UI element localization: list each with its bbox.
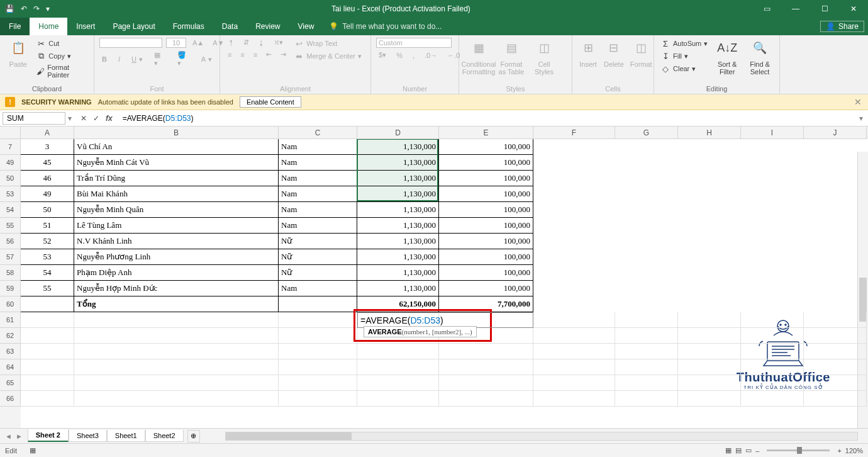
cell[interactable] [678,375,741,391]
clear-button[interactable]: ◇Clear ▾ [659,63,709,74]
tab-review[interactable]: Review [247,18,289,35]
cell[interactable] [678,328,741,344]
cell[interactable]: Nữ [279,234,357,249]
column-header-d[interactable]: D [357,127,439,139]
maximize-button[interactable]: ☐ [810,0,839,18]
cell[interactable]: Nam [279,218,357,234]
column-header-j[interactable]: J [804,127,867,139]
cell-styles-button[interactable]: ◫Cell Styles [530,38,559,77]
cell[interactable] [678,359,741,375]
cell[interactable]: 50 [21,202,74,218]
cell[interactable]: 100,000 [439,202,533,218]
column-header-b[interactable]: B [74,127,279,139]
cell[interactable] [357,359,439,375]
cell[interactable] [279,312,357,328]
cell[interactable] [741,359,804,375]
align-middle-button[interactable]: ⇵ [241,38,252,47]
zoom-level[interactable]: 120% [845,447,863,454]
cell[interactable]: 46 [21,171,74,186]
row-header[interactable]: 49 [0,155,21,171]
increase-decimal-button[interactable]: .0→ [422,51,440,60]
row-header[interactable]: 65 [0,375,21,391]
cell[interactable] [279,391,357,407]
redo-icon[interactable]: ↷ [33,4,40,13]
cell[interactable]: Nam [279,281,357,296]
cell[interactable]: 7,700,000 [439,296,533,312]
cell[interactable] [741,391,804,407]
tab-data[interactable]: Data [213,18,247,35]
cell[interactable] [533,328,615,344]
number-format-select[interactable] [376,38,452,48]
column-header-e[interactable]: E [439,127,533,139]
row-header[interactable]: 53 [0,186,21,202]
cell[interactable] [279,344,357,359]
cell[interactable] [21,359,74,375]
wrap-text-button[interactable]: ↩Wrap Text [292,38,363,49]
align-left-button[interactable]: ≡ [225,50,234,59]
fill-button[interactable]: ↧Fill ▾ [659,50,709,62]
format-painter-button[interactable]: 🖌Format Painter [35,63,89,79]
cell[interactable]: 100,000 [439,155,533,171]
cell[interactable]: Nam [279,171,357,186]
horizontal-scrollbar[interactable] [225,432,858,441]
formula-input[interactable]: =AVERAGE(D5:D53) [119,113,854,124]
cell[interactable]: 3 [21,139,74,155]
cell[interactable] [804,375,867,391]
cell[interactable] [74,359,279,375]
cell[interactable]: N.V Khánh Linh [74,234,279,249]
cell[interactable]: Nam [279,202,357,218]
bold-button[interactable]: B [99,55,109,64]
column-header-i[interactable]: I [741,127,804,139]
cell[interactable]: 52 [21,234,74,249]
row-header[interactable]: 55 [0,218,21,234]
row-header[interactable]: 50 [0,171,21,186]
cell[interactable]: 1,130,000 [357,249,439,265]
cell[interactable] [439,359,533,375]
cell[interactable]: 1,130,000 [357,281,439,296]
cell[interactable] [439,391,533,407]
close-button[interactable]: ✕ [839,0,868,18]
cell[interactable]: 45 [21,155,74,171]
row-header[interactable]: 66 [0,391,21,407]
cell[interactable] [615,344,678,359]
column-header-h[interactable]: H [678,127,741,139]
cell[interactable]: 1,130,000 [357,171,439,186]
horizontal-scrollbar-thumb[interactable] [226,432,352,440]
cancel-formula-button[interactable]: ✕ [81,114,87,123]
share-button[interactable]: 👤 Share [820,21,864,32]
increase-indent-button[interactable]: ⇥ [278,50,289,59]
cell[interactable] [741,328,804,344]
cell[interactable] [533,391,615,407]
cell[interactable]: Nguyễn Phương Linh [74,249,279,265]
cell[interactable]: 1,130,000 [357,218,439,234]
cell[interactable] [357,391,439,407]
cell[interactable]: Nguyễn Minh Cát Vũ [74,155,279,171]
italic-button[interactable]: I [116,55,123,64]
cell[interactable]: 1,130,000 [357,202,439,218]
cell[interactable] [741,344,804,359]
cell[interactable]: 49 [21,186,74,202]
cell[interactable] [74,328,279,344]
cell[interactable] [615,359,678,375]
sort-filter-button[interactable]: A↓ZSort & Filter [713,38,742,77]
row-header[interactable]: 63 [0,344,21,359]
percent-format-button[interactable]: % [394,51,405,60]
zoom-in-button[interactable]: + [837,447,841,454]
zoom-slider[interactable] [767,449,830,451]
name-box[interactable]: SUM [3,112,65,125]
cell[interactable] [615,312,678,328]
row-header[interactable]: 56 [0,234,21,249]
sheet-tab[interactable]: Sheet1 [107,430,145,442]
cell[interactable]: Nguyễn Hợp Minh Đức [74,281,279,296]
cell[interactable] [357,344,439,359]
cell[interactable] [439,344,533,359]
find-select-button[interactable]: 🔍Find & Select [745,38,774,77]
cut-button[interactable]: ✂Cut [35,38,89,49]
cell[interactable] [741,375,804,391]
row-header[interactable]: 62 [0,328,21,344]
cell[interactable] [21,344,74,359]
align-center-button[interactable]: ≡ [238,50,247,59]
cell[interactable]: 1,130,000 [357,234,439,249]
cell[interactable]: Lê Tùng Lâm [74,218,279,234]
save-icon[interactable]: 💾 [5,4,14,13]
